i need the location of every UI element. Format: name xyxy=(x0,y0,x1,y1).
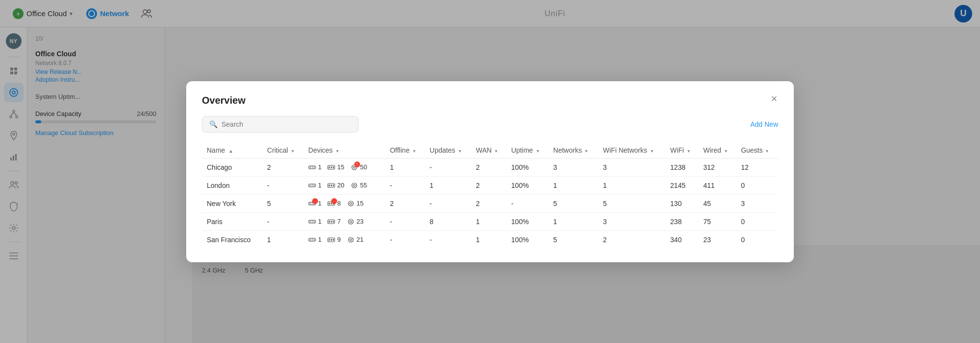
ap-count: 15 xyxy=(357,200,364,207)
switch-count: 15 xyxy=(337,163,344,171)
table-body: Chicago 2 1 15 ! 50 1 - 2 100% 3 3 12 xyxy=(202,158,778,249)
search-icon: 🔍 xyxy=(209,120,218,128)
col-header-offline[interactable]: Offline ▾ xyxy=(385,142,425,159)
cell-offline: - xyxy=(385,230,425,249)
cell-updates: - xyxy=(425,194,471,212)
cell-devices: 1 7 23 xyxy=(303,212,385,230)
svg-point-71 xyxy=(348,237,353,242)
switch-icon xyxy=(327,164,335,171)
cell-critical: 5 xyxy=(262,194,303,212)
switch-count: 7 xyxy=(337,218,341,225)
svg-rect-59 xyxy=(331,221,332,223)
col-header-critical[interactable]: Critical ▾ xyxy=(262,142,303,159)
table-row[interactable]: New York 5 1 8 15 2 - 2 - 5 5 130 xyxy=(202,194,778,212)
col-header-devices[interactable]: Devices ▾ xyxy=(303,142,385,159)
cell-updates: - xyxy=(425,230,471,249)
cell-wifi: 130 xyxy=(665,194,698,212)
router-icon xyxy=(308,164,316,171)
ap-icon xyxy=(347,236,355,244)
cell-name: Chicago xyxy=(202,158,262,176)
cell-uptime: 100% xyxy=(506,176,548,194)
modal-title: Overview xyxy=(202,95,778,106)
ap-icon xyxy=(350,182,358,189)
cell-uptime: 100% xyxy=(506,230,548,249)
cell-wifi-networks: 1 xyxy=(598,176,665,194)
router-icon xyxy=(308,200,316,207)
switch-icon xyxy=(327,182,335,189)
cell-devices: 1 15 ! 50 xyxy=(303,158,385,176)
cell-name: Paris xyxy=(202,212,262,230)
search-input[interactable] xyxy=(221,120,351,128)
col-header-wired[interactable]: Wired ▾ xyxy=(698,142,736,159)
table-header-row: Name ▲ Critical ▾ Devices ▾ Offline ▾ Up… xyxy=(202,142,778,159)
overview-modal: Overview × 🔍 Add New Name ▲ Critical ▾ D… xyxy=(186,81,794,262)
col-header-uptime[interactable]: Uptime ▾ xyxy=(506,142,548,159)
cell-uptime: 100% xyxy=(506,158,548,176)
cell-uptime: - xyxy=(506,194,548,212)
switch-icon xyxy=(327,218,335,225)
cell-wired: 411 xyxy=(698,176,736,194)
cell-networks: 1 xyxy=(548,212,598,230)
cell-wan: 2 xyxy=(471,158,506,176)
cell-wan: 2 xyxy=(471,176,506,194)
col-header-guests[interactable]: Guests ▾ xyxy=(736,142,778,159)
cell-offline: 1 xyxy=(385,158,425,176)
cell-guests: 0 xyxy=(736,212,778,230)
svg-point-42 xyxy=(353,184,355,186)
col-header-name[interactable]: Name ▲ xyxy=(202,142,262,159)
devices-cell: 1 15 ! 50 xyxy=(308,163,380,171)
cell-wifi-networks: 2 xyxy=(598,230,665,249)
cell-updates: - xyxy=(425,158,471,176)
ap-icon xyxy=(347,218,355,226)
modal-toolbar: 🔍 Add New xyxy=(202,116,778,133)
svg-rect-39 xyxy=(331,184,332,186)
table-row[interactable]: Chicago 2 1 15 ! 50 1 - 2 100% 3 3 12 xyxy=(202,158,778,176)
ap-icon: ! xyxy=(350,163,358,171)
router-count: 1 xyxy=(318,163,321,171)
col-header-wan[interactable]: WAN ▾ xyxy=(471,142,506,159)
overview-table: Name ▲ Critical ▾ Devices ▾ Offline ▾ Up… xyxy=(202,142,778,249)
cell-devices: 1 8 15 xyxy=(303,194,385,212)
table-row[interactable]: Paris - 1 7 23 - 8 1 100% 1 3 238 xyxy=(202,212,778,230)
svg-rect-38 xyxy=(329,184,330,186)
ap-count: 55 xyxy=(360,182,367,189)
add-new-button[interactable]: Add New xyxy=(750,120,778,128)
svg-point-52 xyxy=(350,203,352,205)
svg-rect-58 xyxy=(329,221,330,223)
cell-wan: 2 xyxy=(471,194,506,212)
cell-wan: 1 xyxy=(471,212,506,230)
router-icon xyxy=(308,218,316,225)
cell-networks: 3 xyxy=(548,158,598,176)
devices-cell: 1 8 15 xyxy=(308,200,380,207)
devices-cell: 1 20 55 xyxy=(308,182,380,189)
table-row[interactable]: London - 1 20 55 - 1 2 100% 1 1 2145 xyxy=(202,176,778,194)
col-header-updates[interactable]: Updates ▾ xyxy=(425,142,471,159)
switch-icon xyxy=(327,200,335,207)
svg-rect-68 xyxy=(329,239,330,241)
svg-rect-29 xyxy=(331,166,332,168)
cell-networks: 1 xyxy=(548,176,598,194)
col-header-wifi[interactable]: WiFi ▾ xyxy=(665,142,698,159)
col-header-wifi-networks[interactable]: WiFi Networks ▾ xyxy=(598,142,665,159)
cell-guests: 12 xyxy=(736,158,778,176)
router-count: 1 xyxy=(318,200,321,207)
cell-name: New York xyxy=(202,194,262,212)
modal-close-button[interactable]: × xyxy=(766,91,782,107)
col-header-networks[interactable]: Networks ▾ xyxy=(548,142,598,159)
ap-icon xyxy=(347,200,355,207)
search-box[interactable]: 🔍 xyxy=(202,116,359,133)
switch-count: 9 xyxy=(337,236,341,243)
cell-offline: - xyxy=(385,212,425,230)
ap-alert-badge: ! xyxy=(354,161,360,167)
svg-point-51 xyxy=(348,201,353,206)
cell-critical: 2 xyxy=(262,158,303,176)
modal-overlay: Overview × 🔍 Add New Name ▲ Critical ▾ D… xyxy=(0,0,980,343)
cell-devices: 1 9 21 xyxy=(303,230,385,249)
svg-rect-40 xyxy=(333,184,334,186)
cell-critical: - xyxy=(262,212,303,230)
cell-offline: 2 xyxy=(385,194,425,212)
cell-guests: 0 xyxy=(736,230,778,249)
cell-wifi: 2145 xyxy=(665,176,698,194)
table-row[interactable]: San Francisco 1 1 9 21 - - 1 100% 5 2 xyxy=(202,230,778,249)
cell-wifi-networks: 3 xyxy=(598,212,665,230)
